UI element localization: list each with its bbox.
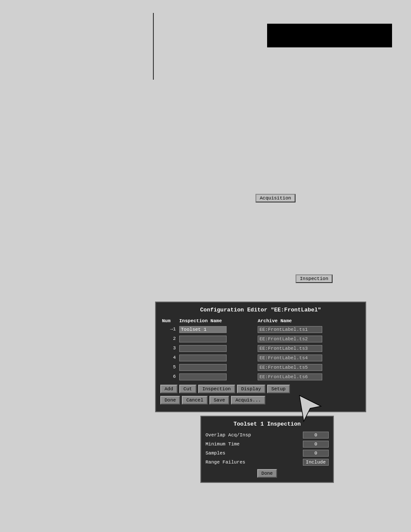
toolset-popup: Toolset 1 Inspection Overlap Acq/Insp0Mi… (200, 416, 334, 483)
acquis-button[interactable]: Acquis... (231, 396, 265, 404)
row-num-6: 6 (160, 372, 177, 381)
row-num-4: 4 (160, 353, 177, 362)
toolset-done-area: Done (206, 469, 329, 478)
setup-button[interactable]: Setup (267, 385, 290, 393)
toolset-fields: Overlap Acq/Insp0Minimum Time0Samples0Ra… (206, 432, 329, 466)
row-num-2: 2 (160, 334, 177, 343)
inspection-name-1[interactable] (177, 324, 256, 334)
table-row[interactable]: 2EE:FrontLabel.ts2 (160, 334, 361, 343)
archive-name-1: EE:FrontLabel.ts1 (256, 324, 361, 334)
editor-bottom-buttons: Done Cancel Save Acquis... (160, 396, 361, 404)
toolset-field-value-0[interactable]: 0 (303, 432, 329, 439)
col-num: Num (160, 317, 177, 324)
inspection-name-input-3[interactable] (179, 345, 227, 352)
archive-name-6: EE:FrontLabel.ts6 (256, 372, 361, 381)
toolset-field-label-2: Samples (206, 451, 225, 456)
archive-name-2: EE:FrontLabel.ts2 (256, 334, 361, 343)
header-bar (267, 24, 392, 47)
archive-name-4: EE:FrontLabel.ts4 (256, 353, 361, 362)
inspection-name-2[interactable] (177, 334, 256, 343)
inspection-name-3[interactable] (177, 343, 256, 353)
acquisition-button[interactable]: Acquisition (255, 194, 296, 202)
table-row[interactable]: →1EE:FrontLabel.ts1 (160, 324, 361, 334)
table-row[interactable]: 6EE:FrontLabel.ts6 (160, 372, 361, 381)
toolset-field-row-2: Samples0 (206, 450, 329, 457)
inspection-name-input-5[interactable] (179, 364, 227, 371)
vertical-divider (153, 13, 154, 80)
toolset-popup-title: Toolset 1 Inspection (206, 421, 329, 427)
row-num-3: 3 (160, 343, 177, 353)
inspection-name-input-1[interactable] (179, 326, 227, 333)
display-button[interactable]: Display (237, 385, 265, 393)
save-button[interactable]: Save (209, 396, 229, 404)
add-button[interactable]: Add (160, 385, 177, 393)
done-button[interactable]: Done (160, 396, 180, 404)
inspection-button[interactable]: Inspection (296, 274, 333, 283)
archive-name-3: EE:FrontLabel.ts3 (256, 343, 361, 353)
toolset-field-value-2[interactable]: 0 (303, 450, 329, 457)
toolset-done-button[interactable]: Done (257, 469, 277, 478)
config-table: Num Inspection Name Archive Name →1EE:Fr… (160, 317, 361, 381)
col-archive-name: Archive Name (256, 317, 361, 324)
inspection-name-input-4[interactable] (179, 355, 227, 361)
inspection-setup-button[interactable]: Inspection (198, 385, 235, 393)
config-editor-window: Configuration Editor "EE:FrontLabel" Num… (155, 302, 366, 412)
row-num-5: 5 (160, 362, 177, 372)
toolset-field-row-1: Minimum Time0 (206, 441, 329, 448)
inspection-name-5[interactable] (177, 362, 256, 372)
row-num-1: →1 (160, 324, 177, 334)
toolset-field-label-1: Minimum Time (206, 442, 240, 447)
toolset-field-label-3: Range Failures (206, 460, 245, 465)
table-row[interactable]: 4EE:FrontLabel.ts4 (160, 353, 361, 362)
toolset-field-row-3: Range FailuresInclude (206, 459, 329, 466)
archive-name-5: EE:FrontLabel.ts5 (256, 362, 361, 372)
toolset-field-row-0: Overlap Acq/Insp0 (206, 432, 329, 439)
editor-top-buttons: Add Cut Inspection Display Setup (160, 385, 361, 393)
config-editor-title: Configuration Editor "EE:FrontLabel" (160, 307, 361, 313)
toolset-field-label-0: Overlap Acq/Insp (206, 432, 251, 438)
inspection-name-input-6[interactable] (179, 373, 227, 380)
col-inspection-name: Inspection Name (177, 317, 256, 324)
table-row[interactable]: 3EE:FrontLabel.ts3 (160, 343, 361, 353)
cancel-button[interactable]: Cancel (182, 396, 208, 404)
table-row[interactable]: 5EE:FrontLabel.ts5 (160, 362, 361, 372)
toolset-field-value-3[interactable]: Include (303, 459, 329, 466)
inspection-name-6[interactable] (177, 372, 256, 381)
inspection-name-4[interactable] (177, 353, 256, 362)
inspection-name-input-2[interactable] (179, 336, 227, 342)
cut-button[interactable]: Cut (179, 385, 196, 393)
toolset-field-value-1[interactable]: 0 (303, 441, 329, 448)
